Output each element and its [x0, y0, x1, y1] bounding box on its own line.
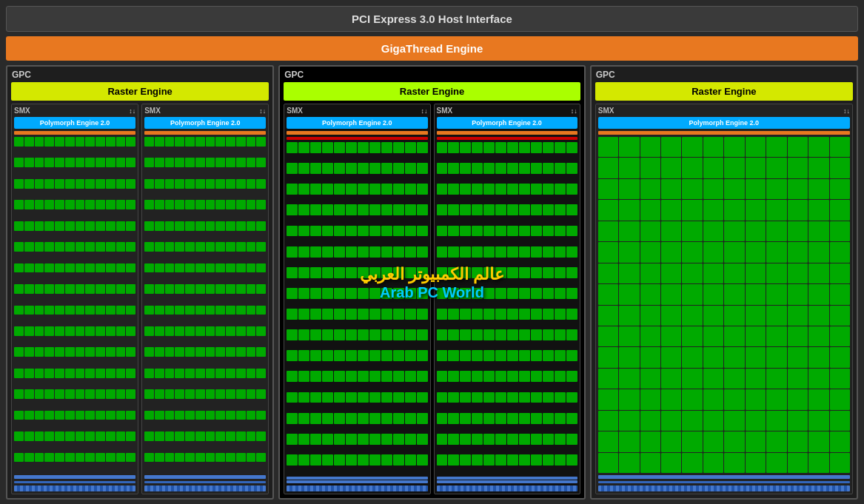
cuda-cell	[155, 347, 164, 357]
cuda-cell	[247, 369, 256, 378]
orange-bar-l2	[144, 131, 266, 135]
cuda-cell	[144, 221, 154, 231]
cuda-cell	[155, 158, 164, 167]
cuda-cell	[215, 306, 225, 315]
cuda-cell	[185, 137, 195, 147]
cuda-cell	[555, 288, 566, 299]
cuda-cell	[531, 184, 542, 195]
cuda-cell	[310, 413, 321, 424]
cuda-cell	[543, 226, 554, 237]
cuda-cell	[247, 453, 256, 463]
cuda-cell	[287, 309, 298, 320]
cuda-cell	[126, 347, 135, 357]
cuda-cell	[507, 142, 518, 153]
cuda-cell	[543, 434, 554, 445]
gigathread-label: GigaThread Engine	[381, 42, 483, 55]
cuda-cell	[724, 179, 744, 199]
cuda-cell	[298, 413, 309, 424]
smx-label-c1: SMX	[287, 107, 303, 115]
cuda-cell	[507, 329, 518, 340]
cuda-cell	[619, 158, 639, 178]
cuda-cell	[247, 137, 256, 147]
cuda-cell	[405, 163, 416, 174]
cuda-cell	[682, 389, 702, 409]
cuda-cell	[808, 221, 828, 241]
cuda-cell	[830, 263, 850, 283]
cuda-cell	[358, 246, 369, 258]
cuda-cell	[85, 179, 95, 189]
cuda-cell	[14, 200, 24, 209]
cuda-cell	[35, 263, 44, 273]
cuda-cell	[55, 431, 64, 441]
cuda-cell	[417, 434, 428, 445]
cuda-cell	[126, 453, 135, 463]
cuda-cell	[195, 284, 205, 294]
cuda-cell	[287, 371, 298, 382]
cuda-cell	[65, 453, 75, 463]
cuda-cell	[448, 309, 459, 320]
cuda-cell	[746, 221, 766, 241]
cuda-cell	[236, 221, 246, 231]
cuda-cell	[155, 389, 164, 399]
cuda-cell	[226, 263, 235, 273]
cuda-cell	[206, 369, 215, 378]
cuda-cell	[682, 242, 702, 262]
cuda-cell	[448, 350, 459, 361]
cuda-cell	[175, 263, 184, 273]
cuda-cell	[381, 434, 392, 445]
cuda-cell	[215, 221, 225, 231]
cuda-cell	[598, 137, 618, 157]
cuda-cell	[175, 306, 184, 315]
cuda-cell	[236, 137, 246, 147]
cuda-cell	[369, 329, 381, 340]
cuda-cell	[358, 204, 369, 215]
cuda-cell	[417, 350, 428, 361]
cuda-cell	[555, 226, 566, 237]
cuda-cell	[155, 179, 164, 189]
cuda-cell	[215, 158, 225, 167]
cuda-cell	[417, 413, 428, 424]
cuda-cell	[746, 284, 766, 304]
cuda-cell	[381, 246, 392, 258]
cuda-cell	[165, 284, 175, 294]
cuda-cell	[44, 179, 54, 189]
gpc-row: GPC Raster Engine SMX ↕↓ Polymorph Engin…	[6, 65, 858, 500]
cuda-cell	[175, 179, 184, 189]
cuda-cell	[358, 267, 369, 278]
cuda-cell	[155, 411, 164, 420]
cuda-cell	[256, 242, 266, 252]
cuda-cell	[358, 434, 369, 445]
cuda-cell	[519, 329, 530, 340]
cuda-cell	[724, 306, 744, 326]
cuda-cell	[788, 411, 808, 431]
cuda-cell	[417, 392, 428, 403]
cuda-cell	[85, 411, 95, 420]
cuda-cell	[144, 242, 154, 252]
cuda-cell	[346, 163, 357, 174]
cuda-cell	[448, 434, 459, 445]
cuda-cell	[334, 246, 345, 258]
cuda-cell	[287, 163, 298, 174]
cuda-cell	[566, 329, 577, 340]
cuda-cell	[24, 137, 34, 147]
cuda-cell	[746, 431, 766, 451]
cuda-cell	[175, 200, 184, 209]
cuda-cell	[598, 431, 618, 451]
cuda-cell	[236, 411, 246, 420]
cuda-cell	[566, 288, 577, 299]
cuda-cell	[766, 453, 786, 473]
cuda-cell	[393, 309, 404, 320]
cuda-cell	[334, 329, 345, 340]
cuda-cell	[358, 329, 369, 340]
cuda-cell	[358, 288, 369, 299]
cuda-cell	[619, 431, 639, 451]
cuda-cell	[460, 142, 471, 153]
cuda-cell	[96, 263, 105, 273]
cuda-cell	[766, 411, 786, 431]
cuda-cell	[226, 431, 235, 441]
cuda-cell	[437, 142, 448, 153]
cuda-cell	[472, 329, 483, 340]
cuda-cell	[322, 454, 333, 466]
cuda-cell	[256, 326, 266, 336]
cuda-cell	[495, 413, 506, 424]
